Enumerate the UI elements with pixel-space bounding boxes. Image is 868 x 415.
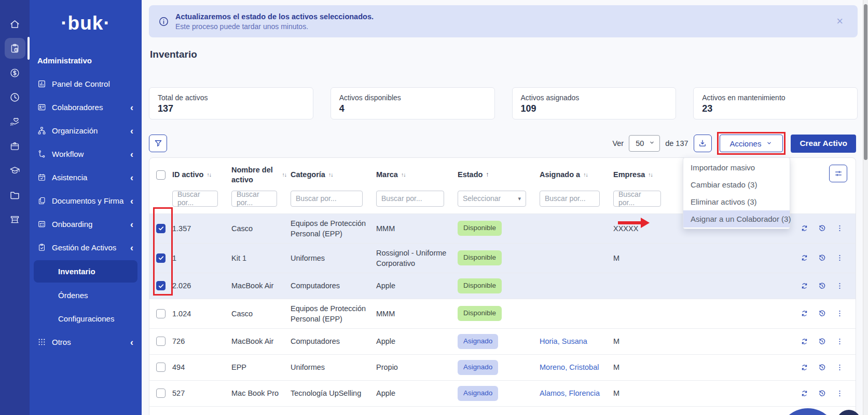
history-icon[interactable] — [818, 282, 826, 290]
stat-value: 137 — [158, 103, 305, 114]
sidebar-subitem-inventario[interactable]: Inventario — [34, 260, 137, 283]
status-badge: Disponible — [458, 306, 502, 321]
row-checkbox[interactable] — [156, 224, 166, 233]
cell-empresa: M — [613, 384, 674, 403]
kebab-menu-icon[interactable] — [835, 337, 844, 346]
filter-id-activo-input[interactable]: Buscar por... — [172, 191, 218, 207]
actions-button[interactable]: Acciones — [720, 135, 783, 152]
cell-categoria: Computadores — [291, 332, 376, 351]
history-icon[interactable] — [818, 363, 826, 372]
actions-dropdown-menu: Importador masivoCambiar estado (3)Elimi… — [683, 157, 790, 229]
cell-nombre: MacBook Air — [231, 332, 291, 351]
sidebar-subitem-ordenes[interactable]: Órdenes — [30, 284, 142, 307]
status-badge: Asignado — [458, 334, 498, 349]
history-icon[interactable] — [818, 309, 826, 318]
row-checkbox[interactable] — [156, 389, 166, 398]
page-scrollbar — [863, 0, 868, 415]
cell-categoria: Tecnología UpSelling — [291, 384, 376, 403]
rail-item-archive[interactable] — [0, 209, 30, 230]
sync-icon[interactable] — [800, 282, 809, 290]
id-card-icon — [37, 103, 46, 112]
rail-item-assets[interactable] — [0, 38, 30, 59]
filter-nombre-del-activo-input[interactable]: Buscar por... — [231, 191, 277, 207]
sidebar-item-asistencia[interactable]: Asistencia ‹ — [30, 166, 142, 189]
column-header-nombre-del-activo[interactable]: Nombre del activo↑↓ — [231, 165, 291, 185]
row-checkbox[interactable] — [156, 337, 166, 346]
column-header-id-activo[interactable]: ID activo↑↓ — [172, 170, 231, 180]
row-checkbox[interactable] — [156, 363, 166, 372]
filter-marca-input[interactable]: Buscar por... — [376, 191, 444, 207]
column-header-estado[interactable]: Estado↑ — [458, 170, 540, 180]
download-button[interactable] — [694, 135, 712, 152]
kebab-menu-icon[interactable] — [835, 389, 844, 398]
filter-categoria-input[interactable]: Buscar por... — [291, 191, 363, 207]
column-header-categoria[interactable]: Categoría↑↓ — [291, 170, 376, 180]
rail-item-files[interactable] — [0, 184, 30, 205]
actions-menu-item-cambiar-estado-3[interactable]: Cambiar estado (3) — [683, 176, 790, 193]
scrollbar-thumb[interactable] — [864, 4, 867, 160]
select-all-checkbox[interactable] — [156, 170, 166, 180]
sidebar-subitem-configuraciones[interactable]: Configuraciones — [30, 307, 142, 330]
sidebar-item-panel-de-control[interactable]: Panel de Control — [30, 72, 142, 96]
cell-id: 527 — [172, 384, 231, 403]
actions-menu-item-eliminar-activos-3[interactable]: Eliminar activos (3) — [683, 193, 790, 210]
column-header-empresa[interactable]: Empresa↑↓ — [613, 170, 674, 180]
sidebar-item-onboarding[interactable]: Onboarding ‹ — [30, 212, 142, 236]
sidebar-item-workflow[interactable]: Workflow ‹ — [30, 142, 142, 166]
history-icon[interactable] — [818, 337, 826, 346]
kebab-menu-icon[interactable] — [835, 224, 844, 233]
column-header-marca[interactable]: Marca↑↓ — [376, 170, 458, 180]
assigned-person-link[interactable]: Horia, Susana — [540, 332, 613, 351]
sync-icon[interactable] — [800, 224, 809, 233]
banner-close-icon[interactable]: × — [836, 16, 843, 27]
rail-item-training[interactable] — [0, 160, 30, 181]
rail-item-time[interactable] — [0, 87, 30, 108]
kebab-menu-icon[interactable] — [835, 253, 844, 262]
sync-icon[interactable] — [800, 363, 809, 372]
filter-button[interactable] — [149, 135, 167, 152]
rail-item-home[interactable] — [0, 14, 30, 34]
row-checkbox[interactable] — [156, 253, 166, 263]
history-icon[interactable] — [818, 389, 826, 398]
chevron-down-icon — [766, 139, 773, 148]
column-header-asignado-a[interactable]: Asignado a↑↓ — [540, 170, 613, 180]
chevron-left-icon: ‹ — [130, 150, 133, 159]
status-badge: Disponible — [458, 221, 502, 236]
history-icon[interactable] — [818, 253, 826, 262]
assigned-person-link[interactable]: Moreno, Cristobal — [540, 358, 613, 377]
history-icon[interactable] — [818, 224, 826, 233]
status-badge: Disponible — [458, 250, 502, 265]
stat-value: 109 — [521, 103, 668, 114]
kebab-menu-icon[interactable] — [835, 309, 844, 318]
sync-icon[interactable] — [800, 389, 809, 398]
sidebar-item-organizacion[interactable]: Organización ‹ — [30, 119, 142, 142]
kebab-menu-icon[interactable] — [835, 363, 844, 372]
cell-id: 1.024 — [172, 304, 231, 323]
sync-icon[interactable] — [800, 337, 809, 346]
dashboard-icon — [37, 79, 46, 88]
sidebar-item-otros[interactable]: Otros ‹ — [30, 330, 142, 354]
rail-item-benefits[interactable] — [0, 111, 30, 132]
kebab-menu-icon[interactable] — [835, 282, 844, 290]
sidebar-item-documentos-y-firma[interactable]: Documentos y Firma ‹ — [30, 189, 142, 212]
rail-item-talent[interactable] — [0, 136, 30, 156]
sort-asc-icon: ↑ — [486, 171, 488, 179]
actions-menu-item-asignar-a-un-colaborador-3[interactable]: Asignar a un Colaborador (3) — [683, 210, 790, 227]
sync-icon[interactable] — [800, 253, 809, 262]
row-checkbox[interactable] — [156, 281, 166, 290]
filter-asignado-a-input[interactable]: Buscar por... — [540, 191, 600, 207]
rail-item-payroll[interactable] — [0, 62, 30, 83]
sync-icon[interactable] — [800, 309, 809, 318]
sidebar-menu: Panel de Control Colaboradores ‹ Organiz… — [30, 72, 142, 354]
create-asset-button[interactable]: Crear Activo — [791, 135, 856, 153]
sidebar-item-colaboradores[interactable]: Colaboradores ‹ — [30, 96, 142, 119]
assigned-person-link[interactable]: Alamos, Florencia — [540, 384, 613, 403]
stats-row: Total de activos 137 Activos disponibles… — [149, 87, 858, 119]
filter-estado-select[interactable]: Seleccionar▾ — [458, 191, 526, 207]
column-settings-button[interactable] — [829, 165, 847, 182]
row-checkbox[interactable] — [156, 309, 166, 318]
actions-menu-item-importador-masivo[interactable]: Importador masivo — [683, 159, 790, 176]
filter-empresa-input[interactable]: Buscar por... — [613, 191, 661, 207]
page-size-select[interactable]: 50 — [629, 135, 660, 152]
sidebar-item-gestion-de-activos[interactable]: Gestión de Activos ‹ — [30, 236, 142, 259]
